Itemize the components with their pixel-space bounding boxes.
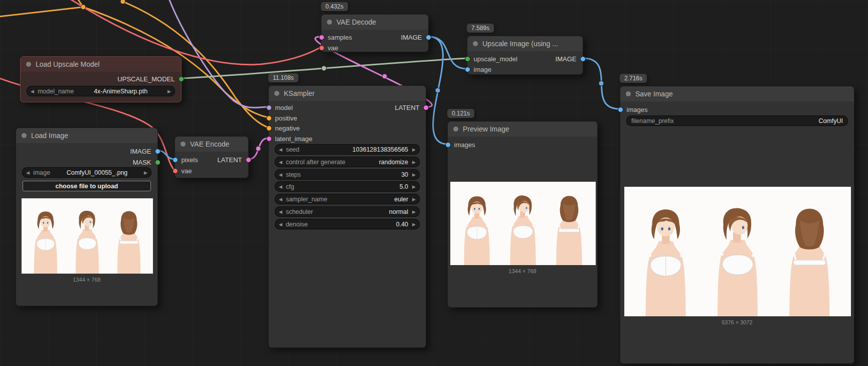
link-image-to-upscale xyxy=(429,37,467,69)
arrow-left-icon[interactable]: ◀ xyxy=(279,197,282,202)
arrow-right-icon[interactable]: ▶ xyxy=(412,160,416,165)
node-save-image[interactable]: Save Image images filename_prefix ComfyU… xyxy=(620,86,854,364)
node-title-bar: VAE Encode xyxy=(175,137,248,152)
upscale-model-port-icon xyxy=(179,76,184,82)
reroute-dot[interactable] xyxy=(382,74,387,79)
widget-model-name[interactable]: ◀ model_name 4x-AnimeSharp.pth ▶ xyxy=(27,86,175,96)
mask-port-icon xyxy=(155,160,160,165)
collapse-dot-icon[interactable] xyxy=(22,133,27,138)
reroute-dot[interactable] xyxy=(81,5,86,10)
input-port-upscale-model[interactable]: upscale_model xyxy=(465,56,517,62)
upscale-model-port-icon xyxy=(465,56,470,62)
widget-filename-prefix[interactable]: filename_prefix ComfyUI xyxy=(626,115,848,126)
node-vae-encode[interactable]: VAE Encode pixels vae LATENT xyxy=(175,136,249,178)
input-port-negative[interactable]: negative xyxy=(266,125,300,131)
arrow-left-icon[interactable]: ◀ xyxy=(31,89,34,94)
collapse-dot-icon[interactable] xyxy=(181,142,186,147)
input-port-positive[interactable]: positive xyxy=(266,115,297,121)
vae-port-icon xyxy=(172,168,178,174)
collapse-dot-icon[interactable] xyxy=(453,127,458,132)
node-load-image[interactable]: Load Image IMAGE MASK ◀ image ComfyUI_00… xyxy=(16,128,158,306)
image-resolution-caption: 5376 × 3072 xyxy=(620,319,854,325)
arrow-left-icon[interactable]: ◀ xyxy=(26,170,30,175)
arrow-right-icon[interactable]: ▶ xyxy=(412,222,416,227)
node-title: Save Image xyxy=(635,90,673,98)
output-port-mask[interactable]: MASK xyxy=(133,159,160,165)
node-load-upscale-model[interactable]: Load Upscale Model UPSCALE_MODEL ◀ model… xyxy=(20,56,182,102)
arrow-right-icon[interactable]: ▶ xyxy=(144,170,147,175)
widget-scheduler[interactable]: ◀ scheduler normal ▶ xyxy=(275,206,420,217)
output-port-image[interactable]: IMAGE xyxy=(556,56,586,62)
output-port-image[interactable]: IMAGE xyxy=(130,148,160,154)
widget-image-file[interactable]: ◀ image ComfyUI_00055_.png ▶ xyxy=(22,167,151,178)
widget-sampler-name[interactable]: ◀ sampler_name euler ▶ xyxy=(275,194,420,204)
input-port-image[interactable]: image xyxy=(465,66,491,72)
reroute-dot[interactable] xyxy=(599,81,604,86)
conditioning-port-icon xyxy=(266,115,272,121)
link-model xyxy=(166,0,268,107)
node-preview-image[interactable]: Preview Image images 1344 × 768 xyxy=(447,121,598,308)
node-title: Load Image xyxy=(31,132,68,140)
reroute-dot[interactable] xyxy=(321,66,326,71)
arrow-left-icon[interactable]: ◀ xyxy=(279,172,282,177)
input-port-latent-image[interactable]: latent_image xyxy=(266,136,312,142)
latent-port-icon xyxy=(266,136,272,142)
collapse-dot-icon[interactable] xyxy=(274,91,279,96)
reroute-dot[interactable] xyxy=(120,0,125,4)
conditioning-port-icon xyxy=(266,126,272,131)
arrow-right-icon[interactable]: ▶ xyxy=(412,172,416,177)
collapse-dot-icon[interactable] xyxy=(26,62,31,67)
widget-cfg[interactable]: ◀ cfg 5.0 ▶ xyxy=(275,181,420,192)
node-ksampler[interactable]: KSampler model positive negative latent_… xyxy=(268,85,426,348)
collapse-dot-icon[interactable] xyxy=(327,20,332,25)
saved-image-thumbnail xyxy=(624,187,851,316)
node-upscale-image[interactable]: Upscale Image (using ... upscale_model i… xyxy=(467,36,583,75)
arrow-left-icon[interactable]: ◀ xyxy=(279,160,282,165)
collapse-dot-icon[interactable] xyxy=(626,91,631,96)
output-port-latent[interactable]: LATENT xyxy=(218,157,251,163)
input-port-samples[interactable]: samples xyxy=(319,34,352,40)
input-port-images[interactable]: images xyxy=(445,142,475,148)
node-title: Preview Image xyxy=(463,125,509,133)
node-vae-decode[interactable]: VAE Decode samples vae IMAGE xyxy=(321,14,429,52)
output-port-upscale-model[interactable]: UPSCALE_MODEL xyxy=(117,76,184,82)
input-port-model[interactable]: model xyxy=(266,104,293,110)
node-title: VAE Decode xyxy=(336,18,376,26)
node-title-bar: KSampler xyxy=(269,86,426,101)
image-port-icon xyxy=(426,35,431,40)
arrow-left-icon[interactable]: ◀ xyxy=(279,209,282,214)
image-port-icon xyxy=(618,107,623,112)
widget-seed[interactable]: ◀ seed 1036128138356565 ▶ xyxy=(275,144,420,155)
arrow-left-icon[interactable]: ◀ xyxy=(279,222,282,227)
arrow-left-icon[interactable]: ◀ xyxy=(279,147,282,152)
input-port-vae[interactable]: vae xyxy=(319,45,338,51)
node-title: KSampler xyxy=(284,89,314,97)
link-conditioning-stub-left xyxy=(0,7,83,17)
image-resolution-caption: 1344 × 768 xyxy=(448,268,597,274)
image-port-icon xyxy=(172,157,178,163)
arrow-right-icon[interactable]: ▶ xyxy=(412,209,416,214)
node-title-bar: Load Upscale Model xyxy=(21,57,181,72)
arrow-right-icon[interactable]: ▶ xyxy=(412,184,416,189)
widget-control-after-generate[interactable]: ◀ control after generate randomize ▶ xyxy=(275,157,420,167)
widget-steps[interactable]: ◀ steps 30 ▶ xyxy=(275,169,420,180)
reroute-dot[interactable] xyxy=(256,146,261,151)
reroute-dot[interactable] xyxy=(435,88,440,93)
preview-image-thumbnail xyxy=(450,182,596,265)
arrow-right-icon[interactable]: ▶ xyxy=(167,89,171,94)
output-port-image[interactable]: IMAGE xyxy=(401,34,431,40)
arrow-right-icon[interactable]: ▶ xyxy=(412,197,416,202)
node-title-bar: Upscale Image (using ... xyxy=(467,36,583,51)
input-port-pixels[interactable]: pixels xyxy=(172,157,198,163)
upload-button[interactable]: choose file to upload xyxy=(23,181,151,191)
node-title: Upscale Image (using ... xyxy=(482,40,558,48)
widget-denoise[interactable]: ◀ denoise 0.40 ▶ xyxy=(275,219,420,229)
collapse-dot-icon[interactable] xyxy=(473,41,478,46)
latent-port-icon xyxy=(319,35,324,40)
input-port-images[interactable]: images xyxy=(618,106,648,112)
image-resolution-caption: 1344 × 768 xyxy=(16,277,157,283)
input-port-vae[interactable]: vae xyxy=(172,168,192,174)
arrow-right-icon[interactable]: ▶ xyxy=(412,147,416,152)
output-port-latent[interactable]: LATENT xyxy=(395,104,429,110)
arrow-left-icon[interactable]: ◀ xyxy=(279,184,282,189)
